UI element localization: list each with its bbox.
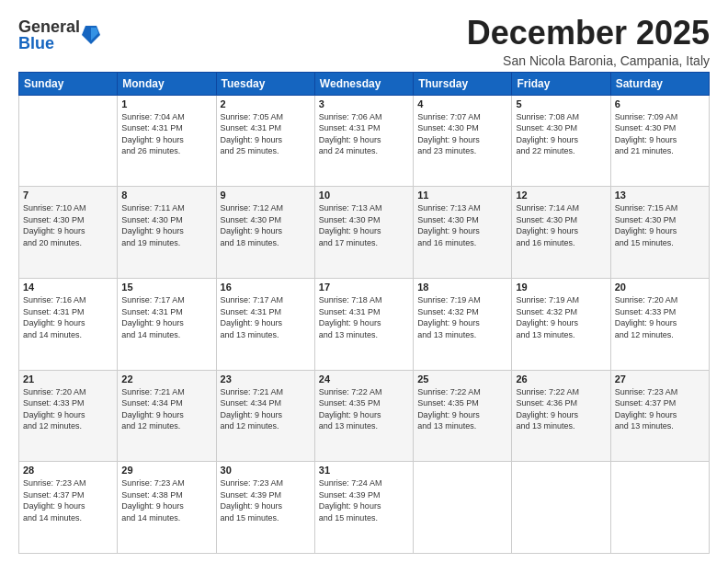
day-info: Sunrise: 7:23 AMSunset: 4:38 PMDaylight:… (121, 478, 185, 523)
header-sunday: Sunday (19, 72, 118, 95)
calendar-week-row: 21Sunrise: 7:20 AMSunset: 4:33 PMDayligh… (19, 370, 710, 462)
table-row: 29Sunrise: 7:23 AMSunset: 4:38 PMDayligh… (118, 462, 216, 554)
day-info: Sunrise: 7:22 AMSunset: 4:35 PMDaylight:… (319, 387, 382, 431)
header-monday: Monday (118, 72, 216, 95)
table-row: 23Sunrise: 7:21 AMSunset: 4:34 PMDayligh… (216, 370, 314, 462)
table-row: 3Sunrise: 7:06 AMSunset: 4:31 PMDaylight… (314, 95, 413, 187)
header-saturday: Saturday (610, 72, 709, 95)
title-block: December 2025 San Nicola Baronia, Campan… (467, 15, 710, 68)
day-number: 18 (417, 282, 507, 293)
table-row: 13Sunrise: 7:15 AMSunset: 4:30 PMDayligh… (610, 187, 709, 279)
table-row: 2Sunrise: 7:05 AMSunset: 4:31 PMDaylight… (216, 95, 314, 187)
day-number: 4 (417, 98, 507, 109)
day-number: 20 (615, 282, 705, 293)
day-info: Sunrise: 7:11 AMSunset: 4:30 PMDaylight:… (121, 203, 185, 247)
day-number: 25 (417, 373, 507, 385)
header-friday: Friday (512, 72, 610, 95)
day-info: Sunrise: 7:22 AMSunset: 4:36 PMDaylight:… (516, 387, 579, 431)
table-row: 5Sunrise: 7:08 AMSunset: 4:30 PMDaylight… (512, 95, 610, 187)
day-number: 19 (516, 282, 606, 293)
table-row: 10Sunrise: 7:13 AMSunset: 4:30 PMDayligh… (314, 187, 413, 279)
table-row: 18Sunrise: 7:19 AMSunset: 4:32 PMDayligh… (414, 278, 512, 370)
day-number: 2 (221, 98, 311, 109)
table-row: 28Sunrise: 7:23 AMSunset: 4:37 PMDayligh… (19, 462, 118, 554)
weekday-header-row: Sunday Monday Tuesday Wednesday Thursday… (19, 72, 710, 95)
day-number: 28 (23, 465, 113, 476)
day-info: Sunrise: 7:23 AMSunset: 4:37 PMDaylight:… (23, 478, 86, 523)
table-row: 19Sunrise: 7:19 AMSunset: 4:32 PMDayligh… (512, 278, 610, 370)
table-row: 30Sunrise: 7:23 AMSunset: 4:39 PMDayligh… (216, 462, 314, 554)
day-number: 17 (319, 282, 409, 293)
header-thursday: Thursday (414, 72, 512, 95)
table-row: 20Sunrise: 7:20 AMSunset: 4:33 PMDayligh… (610, 278, 709, 370)
table-row: 8Sunrise: 7:11 AMSunset: 4:30 PMDaylight… (118, 187, 216, 279)
calendar-table: Sunday Monday Tuesday Wednesday Thursday… (18, 72, 710, 554)
logo-text: General Blue (18, 18, 80, 52)
day-info: Sunrise: 7:08 AMSunset: 4:30 PMDaylight:… (516, 112, 579, 156)
day-number: 23 (221, 373, 311, 385)
day-info: Sunrise: 7:23 AMSunset: 4:37 PMDaylight:… (615, 387, 678, 431)
logo-blue: Blue (18, 35, 80, 52)
day-number: 22 (121, 373, 211, 385)
table-row: 4Sunrise: 7:07 AMSunset: 4:30 PMDaylight… (414, 95, 512, 187)
calendar-week-row: 7Sunrise: 7:10 AMSunset: 4:30 PMDaylight… (19, 187, 710, 279)
day-number: 3 (319, 98, 409, 109)
month-title: December 2025 (467, 15, 710, 52)
day-info: Sunrise: 7:14 AMSunset: 4:30 PMDaylight:… (516, 203, 579, 247)
table-row: 17Sunrise: 7:18 AMSunset: 4:31 PMDayligh… (314, 278, 413, 370)
page: General Blue December 2025 San Nicola Ba… (0, 0, 728, 563)
logo-general: General (18, 18, 80, 35)
day-info: Sunrise: 7:23 AMSunset: 4:39 PMDaylight:… (221, 478, 284, 523)
day-info: Sunrise: 7:20 AMSunset: 4:33 PMDaylight:… (23, 387, 86, 431)
day-info: Sunrise: 7:17 AMSunset: 4:31 PMDaylight:… (121, 295, 185, 339)
day-info: Sunrise: 7:21 AMSunset: 4:34 PMDaylight:… (121, 387, 185, 431)
header-wednesday: Wednesday (314, 72, 413, 95)
day-number: 30 (221, 465, 311, 476)
day-number: 11 (417, 190, 507, 201)
day-number: 12 (516, 190, 606, 201)
day-number: 16 (221, 282, 311, 293)
day-number: 10 (319, 190, 409, 201)
day-number: 15 (121, 282, 211, 293)
day-info: Sunrise: 7:04 AMSunset: 4:31 PMDaylight:… (121, 112, 185, 156)
table-row: 15Sunrise: 7:17 AMSunset: 4:31 PMDayligh… (118, 278, 216, 370)
table-row: 27Sunrise: 7:23 AMSunset: 4:37 PMDayligh… (610, 370, 709, 462)
table-row: 21Sunrise: 7:20 AMSunset: 4:33 PMDayligh… (19, 370, 118, 462)
day-number: 31 (319, 465, 409, 476)
day-info: Sunrise: 7:22 AMSunset: 4:35 PMDaylight:… (417, 387, 481, 431)
table-row: 9Sunrise: 7:12 AMSunset: 4:30 PMDaylight… (216, 187, 314, 279)
table-row: 1Sunrise: 7:04 AMSunset: 4:31 PMDaylight… (118, 95, 216, 187)
day-number: 29 (121, 465, 211, 476)
day-info: Sunrise: 7:19 AMSunset: 4:32 PMDaylight:… (417, 295, 481, 339)
calendar-week-row: 28Sunrise: 7:23 AMSunset: 4:37 PMDayligh… (19, 462, 710, 554)
day-info: Sunrise: 7:24 AMSunset: 4:39 PMDaylight:… (319, 478, 382, 523)
day-info: Sunrise: 7:13 AMSunset: 4:30 PMDaylight:… (417, 203, 481, 247)
header-tuesday: Tuesday (216, 72, 314, 95)
table-row: 26Sunrise: 7:22 AMSunset: 4:36 PMDayligh… (512, 370, 610, 462)
top-header: General Blue December 2025 San Nicola Ba… (18, 15, 710, 68)
day-number: 27 (615, 373, 705, 385)
table-row (414, 462, 512, 554)
day-info: Sunrise: 7:09 AMSunset: 4:30 PMDaylight:… (615, 112, 678, 156)
day-info: Sunrise: 7:17 AMSunset: 4:31 PMDaylight:… (221, 295, 284, 339)
day-info: Sunrise: 7:13 AMSunset: 4:30 PMDaylight:… (319, 203, 382, 247)
day-number: 14 (23, 282, 113, 293)
table-row (512, 462, 610, 554)
table-row: 7Sunrise: 7:10 AMSunset: 4:30 PMDaylight… (19, 187, 118, 279)
day-info: Sunrise: 7:07 AMSunset: 4:30 PMDaylight:… (417, 112, 481, 156)
day-number: 1 (121, 98, 211, 109)
day-info: Sunrise: 7:19 AMSunset: 4:32 PMDaylight:… (516, 295, 579, 339)
day-number: 8 (121, 190, 211, 201)
table-row (19, 95, 118, 187)
logo: General Blue (18, 18, 100, 52)
table-row: 11Sunrise: 7:13 AMSunset: 4:30 PMDayligh… (414, 187, 512, 279)
day-info: Sunrise: 7:10 AMSunset: 4:30 PMDaylight:… (23, 203, 86, 247)
day-info: Sunrise: 7:05 AMSunset: 4:31 PMDaylight:… (221, 112, 284, 156)
day-info: Sunrise: 7:15 AMSunset: 4:30 PMDaylight:… (615, 203, 678, 247)
table-row: 12Sunrise: 7:14 AMSunset: 4:30 PMDayligh… (512, 187, 610, 279)
table-row: 6Sunrise: 7:09 AMSunset: 4:30 PMDaylight… (610, 95, 709, 187)
day-number: 24 (319, 373, 409, 385)
day-info: Sunrise: 7:20 AMSunset: 4:33 PMDaylight:… (615, 295, 678, 339)
day-number: 5 (516, 98, 606, 109)
table-row: 24Sunrise: 7:22 AMSunset: 4:35 PMDayligh… (314, 370, 413, 462)
